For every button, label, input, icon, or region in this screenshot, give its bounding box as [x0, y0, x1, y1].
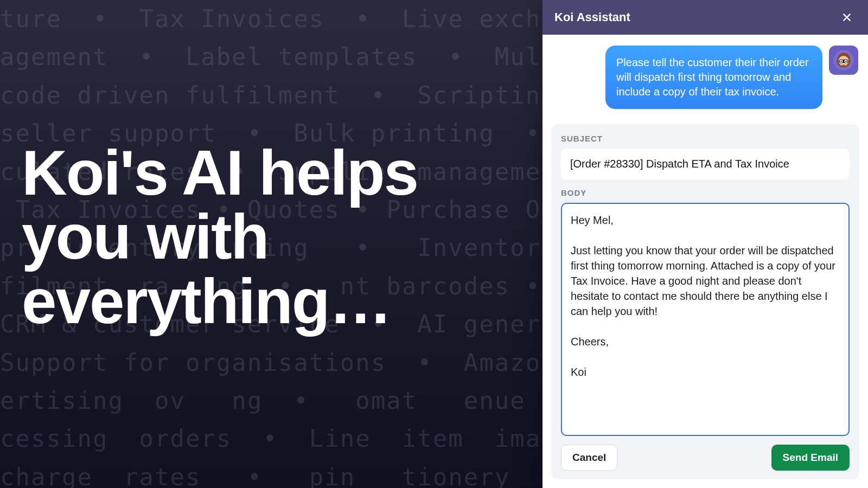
- close-icon: [841, 11, 853, 23]
- stage: ture • Tax Invoices • Live exchange agem…: [0, 0, 868, 488]
- form-actions: Cancel Send Email: [561, 441, 850, 471]
- close-button[interactable]: [838, 8, 856, 27]
- assistant-header: Koi Assistant: [542, 0, 868, 35]
- body-textarea[interactable]: [561, 203, 850, 436]
- body-label: BODY: [561, 188, 850, 197]
- cancel-button[interactable]: Cancel: [561, 445, 617, 471]
- subject-label: SUBJECT: [561, 134, 850, 143]
- subject-input[interactable]: [561, 149, 850, 179]
- svg-point-6: [845, 61, 847, 62]
- chat-area: Please tell the customer their their ord…: [542, 35, 868, 117]
- email-form: SUBJECT BODY Cancel Send Email: [551, 124, 859, 479]
- avatar-icon: [833, 49, 854, 71]
- hero-headline: Koi's AI helps you with everything…: [22, 141, 488, 333]
- assistant-title: Koi Assistant: [554, 10, 630, 24]
- user-avatar: [829, 46, 858, 75]
- assistant-panel: Koi Assistant Please tell the customer t…: [542, 0, 868, 488]
- send-email-button[interactable]: Send Email: [771, 445, 850, 471]
- user-message-bubble: Please tell the customer their their ord…: [605, 46, 822, 109]
- svg-point-5: [840, 61, 842, 62]
